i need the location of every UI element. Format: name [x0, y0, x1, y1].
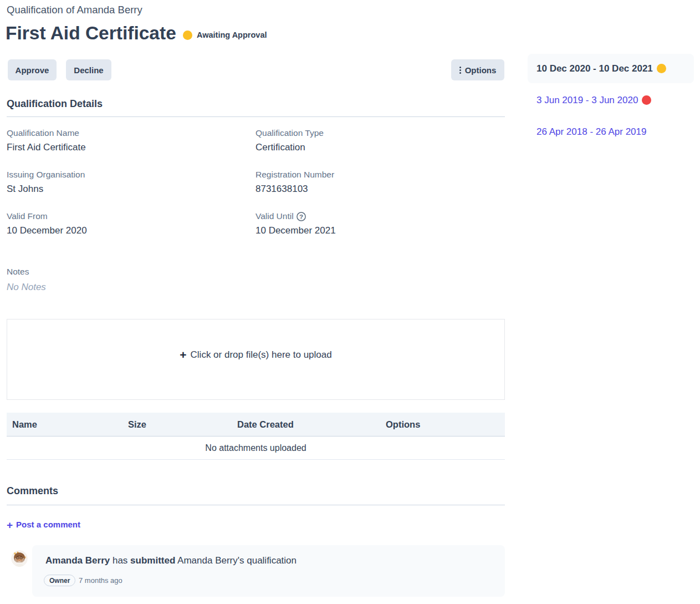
svg-text:?: ?	[299, 214, 303, 220]
